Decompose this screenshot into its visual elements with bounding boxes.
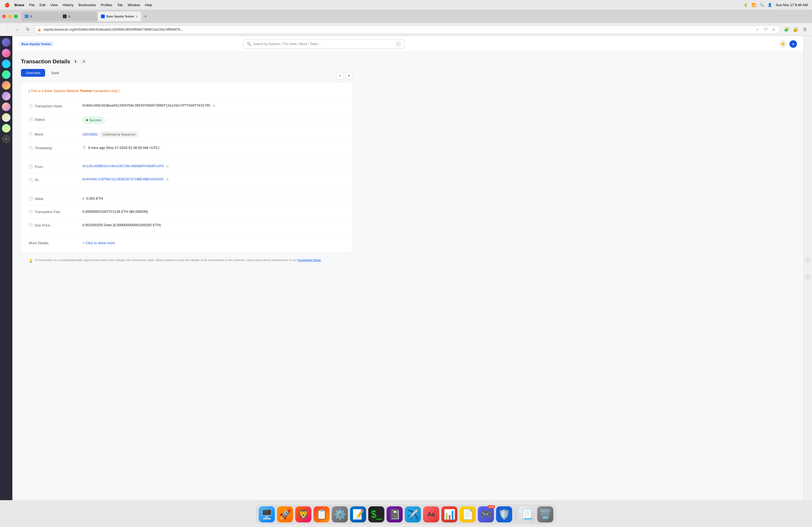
chevron-down-button[interactable]: ▾ [345,72,353,79]
avatar-new[interactable]: + [2,135,11,143]
block-number-link[interactable]: 18019561 [83,132,98,137]
forward-button[interactable]: › [13,26,21,33]
testnet-alert: [ This is a Base Sepolia Network Testnet… [29,89,345,93]
tab-close-button[interactable]: ✕ [135,15,138,18]
tab-item-active[interactable]: Base Sepolia Testnet ✕ [98,12,141,21]
avatar-3[interactable] [2,60,11,68]
new-tab-button[interactable]: + [142,13,149,20]
fee-row: ? Transaction Fee: 0.000000021007371136 … [29,205,345,219]
menu-help[interactable]: Help [145,3,152,7]
vpn-button[interactable]: 🔐 [792,26,800,33]
bookmark-button[interactable]: ☆ [754,26,761,33]
back-button[interactable]: ‹ [3,26,11,33]
help-icon[interactable]: ? [29,210,33,214]
tab-item[interactable]: N [21,12,59,21]
help-icon[interactable]: ? [29,104,33,108]
dock-item-reminders[interactable]: 📋 [314,506,330,523]
address-bar[interactable]: 🔒 sepolia.basescan.org/tx/0x9db1468c82db… [34,25,780,34]
user-menu-button[interactable]: ● [789,40,797,48]
knowledge-base-link[interactable]: Knowledge Base [298,258,321,261]
dock-item-telegram[interactable]: ✈️ [405,506,421,523]
avatar-6[interactable] [2,92,11,100]
avatar-2[interactable] [2,49,11,57]
dock-item-trash[interactable]: 🗑️ [537,506,553,523]
block-row: ? Block: 18019561 Confirmed by Sequencer [29,127,345,141]
help-icon[interactable]: ? [29,223,33,227]
tab-item[interactable]: N [60,12,97,21]
reload-button[interactable]: ↻ [24,26,32,33]
help-icon[interactable]: ? [29,178,33,182]
search-icon[interactable]: 🔍 [760,3,764,7]
footer-note: 💡 A transaction is a cryptographically s… [21,253,353,269]
help-icon[interactable]: ? [29,117,33,122]
avatar-4[interactable] [2,70,11,79]
menu-tab[interactable]: Tab [117,3,123,7]
dock-item-activity[interactable]: 📊 [441,506,458,523]
menu-bookmarks[interactable]: Bookmarks [78,3,96,7]
dock-item-launchpad[interactable]: 🚀 [277,506,293,523]
sidebar-arrow-up[interactable]: › [805,256,811,263]
menu-window[interactable]: Window [128,3,140,7]
status-dot [86,119,88,121]
more-details-label: More Details: [29,241,83,245]
app-name[interactable]: Brave [14,3,24,7]
dock-item-terminal[interactable]: $_ [368,506,385,523]
dock-item-preview[interactable]: 📃 [519,506,535,523]
warning-icon[interactable]: ⚠ [770,26,777,33]
minimize-window-button[interactable] [8,15,12,18]
network-badge[interactable]: Base Sepolia Testnet [19,41,54,47]
close-window-button[interactable] [2,15,6,18]
from-address-link[interactable]: 0x126c468B52ecc0ec6367d8c4A06A0F639b8Fcd… [83,164,163,169]
info-icon[interactable]: ℹ [73,59,78,64]
dock-item-discord[interactable]: 🎮 3766 [478,506,494,523]
discord-badge: 3766 [487,505,495,509]
dock-item-bitwarden[interactable]: 🛡️ [496,506,512,523]
help-icon[interactable]: ? [29,146,33,150]
avatar-8[interactable] [2,113,11,122]
tab-favicon-active [101,15,105,18]
dock-item-brave[interactable]: 🦁 [295,506,311,523]
dock-item-dictionary[interactable]: Aa [423,506,439,523]
apple-menu[interactable]: 🍎 [4,2,10,7]
search-bar[interactable]: 🔍 Search by Address / Txn Hash / Block /… [243,39,404,49]
copy-hash-button[interactable]: ⧉ [212,103,216,108]
help-icon[interactable]: ? [29,165,33,169]
copy-from-button[interactable]: ⧉ [166,164,169,169]
maximize-window-button[interactable] [14,15,18,18]
search-input[interactable]: Search by Address / Txn Hash / Block / T… [253,42,393,46]
theme-toggle-button[interactable]: ☀️ [779,40,787,48]
menu-edit[interactable]: Edit [40,3,45,7]
dock-item-vscode[interactable]: 📝 [350,506,366,523]
copy-to-button[interactable]: ⧉ [166,177,169,182]
menu-file[interactable]: File [29,3,35,7]
dock-item-notes[interactable]: 📄 [460,506,476,523]
menu-view[interactable]: View [50,3,58,7]
shield-icon[interactable]: 🛡 [762,26,769,33]
dock-item-finder[interactable]: 🖥️ [259,506,275,523]
help-icon[interactable]: ? [29,132,33,136]
to-address-link[interactable]: 0x644b9c1cBf6bC12c3E0E587df2ABE4BBCed443… [83,177,163,182]
browser-content[interactable]: Base Sepolia Testnet 🔍 Search by Address… [12,36,803,500]
eth-icon: ♦ [83,196,84,201]
tab-overview[interactable]: Overview [21,69,45,77]
extensions-button[interactable]: 🧩 [782,26,791,33]
show-more-button[interactable]: + Click to show more [83,241,115,245]
avatar-1[interactable] [2,38,11,47]
menu-profiles[interactable]: Profiles [101,3,112,7]
dock-item-onenote[interactable]: 📓 [387,506,403,523]
value-label: ? Value: [29,196,83,201]
avatar-5[interactable] [2,81,11,90]
share-icon[interactable]: ↗ [81,59,86,64]
browser-chrome: N N Base Sepolia Testnet ✕ + ‹ › ↻ 🔒 sep… [0,10,812,36]
profile-icon[interactable]: 👤 [768,3,772,7]
menu-button[interactable]: ☰ [801,26,809,33]
page-content: Transaction Details ℹ ↗ Overview State ≡… [12,52,361,276]
avatar-9[interactable] [2,124,11,133]
help-icon[interactable]: ? [29,196,33,201]
tab-state[interactable]: State [46,69,64,77]
menu-history[interactable]: History [62,3,73,7]
avatar-7[interactable] [2,103,11,111]
sidebar-arrow-down[interactable]: › [805,273,811,280]
dock-item-settings[interactable]: ⚙️ [332,506,348,523]
list-view-button[interactable]: ≡ [336,72,344,79]
